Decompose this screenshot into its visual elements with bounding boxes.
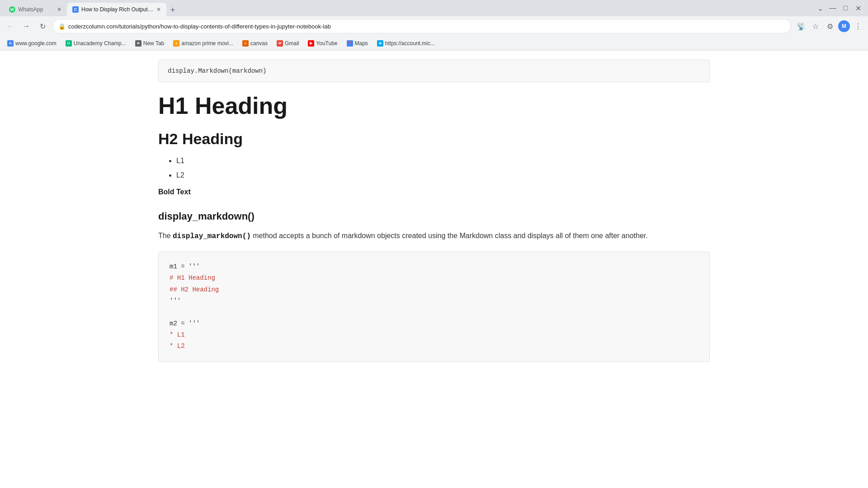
extensions-icon[interactable]: ⚙ [824, 20, 836, 33]
tab-bar: W WhatsApp ✕ C How to Display Rich Outpu… [4, 0, 814, 16]
whatsapp-favicon: W [9, 6, 15, 13]
bookmark-newtab-label: New Tab [143, 40, 164, 47]
bookmark-unacademy[interactable]: U Unacademy Champ... [62, 39, 130, 47]
microsoft-favicon: ⊞ [377, 40, 383, 47]
whatsapp-tab-title: WhatsApp [18, 6, 54, 13]
code-line-6: * L1 [170, 329, 698, 341]
list-item-l2: L2 [176, 170, 710, 181]
bookmark-microsoft[interactable]: ⊞ https://account.mic... [373, 39, 439, 47]
description-after: method accepts a bunch of markdown objec… [251, 232, 648, 239]
h1-heading: H1 Heading [158, 93, 710, 119]
window-controls: ⌄ — □ ✕ [816, 4, 864, 13]
bookmarks-bar: G www.google.com U Unacademy Champ... N … [0, 36, 868, 51]
bookmark-amazon[interactable]: a amazon prime movi... [170, 39, 237, 47]
bookmark-youtube-label: YouTube [316, 40, 337, 47]
whatsapp-tab-close[interactable]: ✕ [57, 6, 61, 13]
bookmark-maps-label: Maps [355, 40, 368, 47]
code-line-7: * L2 [170, 341, 698, 352]
title-bar: W WhatsApp ✕ C How to Display Rich Outpu… [0, 0, 868, 16]
code-line-4 [170, 307, 698, 318]
code-line-3: ''' [170, 296, 698, 307]
content-list: L1 L2 [176, 155, 710, 181]
bookmark-icon[interactable]: ☆ [809, 20, 822, 33]
gmail-favicon: M [277, 40, 283, 47]
article-favicon: C [72, 6, 79, 13]
canvas-favicon: c [242, 40, 249, 47]
code-line-5: m2 = ''' [170, 318, 698, 329]
bookmark-youtube[interactable]: ▶ YouTube [304, 39, 341, 47]
h2-heading: H2 Heading [158, 130, 710, 148]
youtube-favicon: ▶ [308, 40, 314, 47]
bookmark-gmail-label: Gmail [285, 40, 299, 47]
address-bar: ← → ↻ 🔒 coderzcolumn.com/tutorials/pytho… [0, 16, 868, 36]
bookmark-google[interactable]: G www.google.com [4, 39, 60, 47]
minimize-button[interactable]: — [828, 4, 837, 12]
newtab-favicon: N [135, 40, 142, 47]
top-code-text: display.Markdown(markdown) [168, 67, 266, 75]
url-text: coderzcolumn.com/tutorials/python/how-to… [68, 23, 785, 30]
tab-article[interactable]: C How to Display Rich Outputs (in... ✕ [67, 3, 166, 16]
toolbar-icons: 📡 ☆ ⚙ M ⋮ [795, 20, 864, 33]
code-line-0: m1 = ''' [170, 261, 698, 272]
forward-button[interactable]: → [20, 20, 33, 33]
new-tab-button[interactable]: + [166, 4, 179, 16]
reload-button[interactable]: ↻ [36, 20, 49, 33]
function-heading: display_markdown() [158, 211, 710, 222]
bookmark-canvas-label: canvas [250, 40, 268, 47]
close-button[interactable]: ✕ [854, 4, 863, 13]
bookmark-microsoft-label: https://account.mic... [385, 40, 435, 47]
code-line-1: # H1 Heading [170, 272, 698, 284]
top-code-block: display.Markdown(markdown) [158, 60, 710, 82]
page-content[interactable]: display.Markdown(markdown) H1 Heading H2… [0, 51, 868, 488]
amazon-favicon: a [173, 40, 179, 47]
unacademy-favicon: U [66, 40, 72, 47]
description-before: The [158, 232, 173, 239]
bold-text-paragraph: Bold Text [158, 188, 710, 196]
maximize-button[interactable]: □ [841, 4, 850, 12]
lock-icon: 🔒 [58, 23, 66, 30]
menu-icon[interactable]: ⋮ [852, 20, 864, 33]
description-paragraph: The display_markdown() method accepts a … [158, 230, 710, 243]
tab-scroll-icon[interactable]: ⌄ [816, 4, 825, 13]
bookmark-google-label: www.google.com [15, 40, 57, 47]
maps-favicon: 📍 [347, 40, 353, 47]
content-inner: display.Markdown(markdown) H1 Heading H2… [140, 51, 728, 391]
bookmark-amazon-label: amazon prime movi... [181, 40, 233, 47]
google-favicon: G [7, 40, 14, 47]
bookmark-maps[interactable]: 📍 Maps [343, 39, 372, 47]
tab-whatsapp[interactable]: W WhatsApp ✕ [4, 3, 67, 16]
bookmark-canvas[interactable]: c canvas [239, 39, 271, 47]
browser-chrome: W WhatsApp ✕ C How to Display Rich Outpu… [0, 0, 868, 51]
list-item-l1: L1 [176, 155, 710, 166]
article-tab-close[interactable]: ✕ [156, 6, 161, 13]
back-button[interactable]: ← [4, 20, 16, 33]
bookmark-newtab[interactable]: N New Tab [132, 39, 168, 47]
description-inline-code: display_markdown() [173, 232, 251, 240]
code-line-2: ## H2 Heading [170, 284, 698, 296]
bookmark-gmail[interactable]: M Gmail [273, 39, 302, 47]
main-code-block: m1 = ''' # H1 Heading ## H2 Heading ''' … [158, 252, 710, 362]
article-tab-title: How to Display Rich Outputs (in... [81, 6, 154, 13]
bookmark-unacademy-label: Unacademy Champ... [74, 40, 126, 47]
url-bar[interactable]: 🔒 coderzcolumn.com/tutorials/python/how-… [52, 19, 791, 33]
profile-avatar[interactable]: M [838, 20, 850, 32]
cast-icon[interactable]: 📡 [795, 20, 807, 33]
